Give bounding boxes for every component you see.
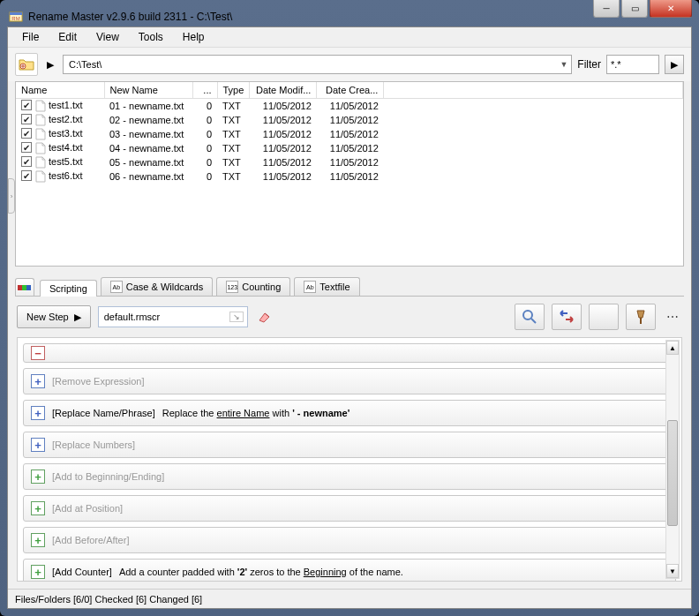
step-replace-name[interactable]: + [Replace Name/Phrase] Replace the enti… bbox=[23, 400, 676, 426]
plus-icon: + bbox=[31, 470, 45, 484]
checkbox[interactable]: ✔ bbox=[21, 114, 32, 124]
plus-icon: + bbox=[31, 374, 45, 388]
step-remove-expression[interactable]: + [Remove Expression] bbox=[23, 368, 676, 394]
col-type[interactable]: Type bbox=[217, 82, 250, 98]
col-name[interactable]: Name bbox=[16, 82, 104, 98]
maximize-button[interactable]: ▭ bbox=[621, 0, 648, 18]
file-created: 11/05/2012 bbox=[317, 113, 384, 127]
svg-point-7 bbox=[523, 311, 532, 319]
file-type: TXT bbox=[217, 127, 250, 141]
file-name: test4.txt bbox=[49, 142, 83, 153]
file-name: test3.txt bbox=[49, 128, 83, 139]
table-row[interactable]: ✔ test3.txt03 - newname.txt0TXT11/05/201… bbox=[16, 127, 683, 141]
file-created: 11/05/2012 bbox=[317, 127, 384, 141]
empty-button[interactable] bbox=[589, 304, 619, 330]
file-icon bbox=[34, 170, 47, 183]
table-row[interactable]: ✔ test5.txt05 - newname.txt0TXT11/05/201… bbox=[16, 155, 683, 169]
col-modified[interactable]: Date Modif... bbox=[250, 82, 317, 98]
script-name-value: default.rmscr bbox=[104, 312, 161, 322]
script-dropdown-icon[interactable]: ↘ bbox=[229, 312, 244, 322]
file-icon bbox=[34, 128, 47, 140]
file-created: 11/05/2012 bbox=[317, 169, 384, 184]
col-size[interactable]: ... bbox=[192, 82, 217, 98]
col-created[interactable]: Date Crea... bbox=[317, 82, 384, 98]
checkbox[interactable]: ✔ bbox=[21, 156, 32, 167]
file-size: 0 bbox=[192, 155, 217, 169]
checkbox[interactable]: ✔ bbox=[21, 142, 32, 153]
new-step-button[interactable]: New Step ▶ bbox=[17, 305, 91, 328]
scroll-up-icon[interactable]: ▲ bbox=[666, 341, 679, 355]
titlebar: RM Rename Master v2.9.6 build 2311 - C:\… bbox=[7, 7, 692, 26]
script-name-input[interactable]: default.rmscr ↘ bbox=[98, 306, 248, 327]
file-created: 11/05/2012 bbox=[317, 141, 384, 155]
table-row[interactable]: ✔ test6.txt06 - newname.txt0TXT11/05/201… bbox=[16, 169, 683, 184]
app-icon: RM bbox=[9, 10, 23, 24]
chevron-right-icon: ▶ bbox=[74, 312, 81, 323]
file-newname: 02 - newname.txt bbox=[104, 113, 192, 127]
tab-counting[interactable]: 123Counting bbox=[216, 277, 290, 296]
menu-edit[interactable]: Edit bbox=[49, 29, 86, 45]
step-collapsed[interactable]: − bbox=[23, 343, 676, 363]
table-row[interactable]: ✔ test1.txt01 - newname.txt0TXT11/05/201… bbox=[16, 98, 683, 113]
filter-value: *.* bbox=[611, 59, 621, 70]
checkbox[interactable]: ✔ bbox=[21, 100, 32, 110]
tab-case-wildcards[interactable]: AbCase & Wildcards bbox=[101, 277, 213, 296]
file-icon bbox=[34, 100, 47, 112]
tabs-config-icon[interactable] bbox=[15, 278, 34, 296]
file-icon bbox=[34, 142, 47, 154]
options-button[interactable] bbox=[626, 304, 656, 330]
file-name: test1.txt bbox=[49, 100, 83, 110]
tab-scripting[interactable]: Scripting bbox=[40, 280, 97, 297]
side-expand-grip[interactable]: › bbox=[8, 178, 15, 214]
checkbox[interactable]: ✔ bbox=[21, 170, 32, 181]
tab-textfile[interactable]: AbTextfile bbox=[294, 277, 359, 296]
step-add-at-position[interactable]: + [Add at Position] bbox=[23, 495, 676, 522]
preview-button[interactable] bbox=[515, 304, 545, 330]
file-modified: 11/05/2012 bbox=[250, 169, 317, 184]
step-add-counter[interactable]: + [Add Counter] Add a counter padded wit… bbox=[23, 559, 676, 582]
plus-icon: + bbox=[31, 533, 45, 547]
path-combo[interactable]: C:\Test\ bbox=[63, 55, 572, 74]
textfile-icon: Ab bbox=[304, 281, 316, 293]
svg-rect-5 bbox=[22, 285, 26, 290]
clear-script-button[interactable] bbox=[255, 307, 274, 327]
file-icon bbox=[34, 114, 47, 126]
file-size: 0 bbox=[192, 98, 217, 113]
step-replace-numbers[interactable]: + [Replace Numbers] bbox=[23, 432, 676, 458]
minimize-button[interactable]: ─ bbox=[593, 0, 620, 18]
menu-help[interactable]: Help bbox=[174, 29, 214, 45]
plus-icon: + bbox=[31, 565, 45, 579]
window-frame: RM Rename Master v2.9.6 build 2311 - C:\… bbox=[0, 0, 699, 616]
path-go-button[interactable]: ▶ bbox=[43, 59, 57, 71]
file-type: TXT bbox=[217, 169, 250, 184]
path-value: C:\Test\ bbox=[69, 59, 101, 70]
scroll-thumb[interactable] bbox=[667, 420, 678, 526]
browse-folder-button[interactable] bbox=[15, 53, 38, 76]
file-name: test2.txt bbox=[49, 114, 83, 124]
file-type: TXT bbox=[217, 141, 250, 155]
step-add-begin-end[interactable]: + [Add to Beginning/Ending] bbox=[23, 463, 676, 490]
menu-view[interactable]: View bbox=[87, 29, 128, 45]
file-size: 0 bbox=[192, 127, 217, 141]
menubar: File Edit View Tools Help bbox=[8, 27, 691, 48]
file-list-pane: Name New Name ... Type Date Modif... Dat… bbox=[15, 81, 684, 267]
file-type: TXT bbox=[217, 155, 250, 169]
table-row[interactable]: ✔ test4.txt04 - newname.txt0TXT11/05/201… bbox=[16, 141, 683, 155]
scrollbar[interactable]: ▲ ▼ bbox=[665, 340, 680, 579]
scroll-down-icon[interactable]: ▼ bbox=[666, 564, 679, 578]
filter-apply-button[interactable]: ▶ bbox=[665, 55, 684, 74]
col-newname[interactable]: New Name bbox=[104, 82, 192, 98]
checkbox[interactable]: ✔ bbox=[21, 128, 32, 139]
menu-file[interactable]: File bbox=[13, 29, 48, 45]
status-text: Files/Folders [6/0] Checked [6] Changed … bbox=[15, 594, 202, 605]
script-toolbar: New Step ▶ default.rmscr ↘ ⋯ bbox=[8, 297, 691, 337]
close-button[interactable]: ✕ bbox=[650, 0, 692, 18]
steps-pane: − + [Remove Expression] + [Replace Name/… bbox=[17, 337, 682, 582]
more-options-button[interactable]: ⋯ bbox=[663, 310, 682, 324]
menu-tools[interactable]: Tools bbox=[130, 29, 172, 45]
file-modified: 11/05/2012 bbox=[250, 113, 317, 127]
filter-input[interactable]: *.* bbox=[606, 55, 659, 74]
rename-button[interactable] bbox=[552, 304, 582, 330]
step-add-before-after[interactable]: + [Add Before/After] bbox=[23, 527, 676, 553]
table-row[interactable]: ✔ test2.txt02 - newname.txt0TXT11/05/201… bbox=[16, 113, 683, 127]
